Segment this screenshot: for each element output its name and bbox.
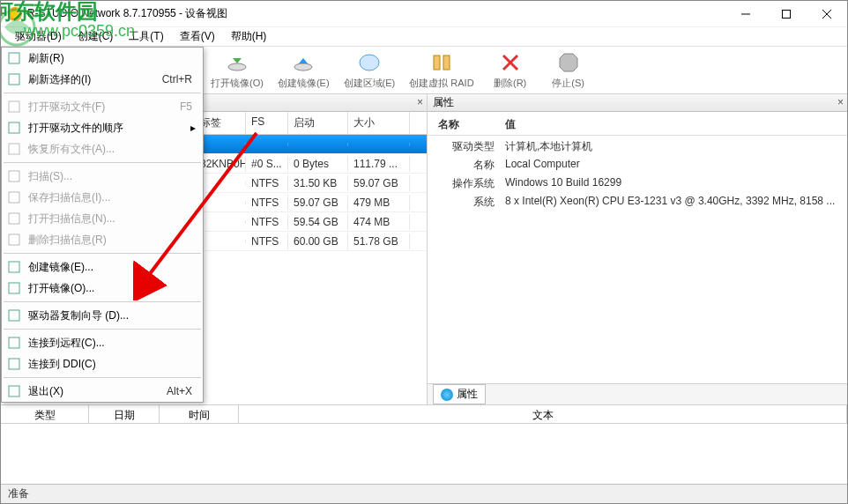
create-image-icon bbox=[7, 260, 21, 274]
chevron-right-icon: ▸ bbox=[190, 122, 196, 134]
menu-item-open: 打开扫描信息(N)... bbox=[2, 208, 203, 229]
tool-create-image[interactable]: 创建镜像(E) bbox=[278, 50, 330, 90]
log-header: 类型 日期 时间 文本 bbox=[1, 404, 847, 424]
log-body bbox=[1, 424, 847, 487]
close-icon[interactable]: × bbox=[417, 96, 423, 108]
status-text: 准备 bbox=[8, 486, 29, 501]
tool-create-region[interactable]: 创建区域(E) bbox=[344, 50, 396, 90]
svg-rect-26 bbox=[9, 234, 19, 245]
menu-item-recover: 恢复所有文件(A)... bbox=[2, 138, 203, 159]
open-image-icon bbox=[7, 281, 21, 295]
menu-item-wizard[interactable]: 驱动器复制向导 (D)... bbox=[2, 305, 203, 326]
svg-rect-29 bbox=[9, 310, 19, 321]
svg-rect-19 bbox=[9, 74, 19, 85]
window-title: R-STUDIO Network 8.7.170955 - 设备视图 bbox=[27, 6, 725, 21]
close-icon[interactable]: × bbox=[837, 96, 844, 108]
close-button[interactable] bbox=[807, 1, 847, 27]
svg-rect-13 bbox=[434, 56, 440, 70]
menu-help[interactable]: 帮助(H) bbox=[224, 27, 274, 46]
menu-item-ddi[interactable]: 连接到 DDI(C) bbox=[2, 353, 203, 374]
menu-item-folder-open: 打开驱动文件(F)F5 bbox=[2, 96, 203, 117]
tool-create-raid[interactable]: 创建虚拟 RAID bbox=[409, 50, 473, 90]
blank-icon bbox=[7, 121, 21, 135]
raid-icon bbox=[429, 50, 454, 75]
scan-grid-icon bbox=[7, 169, 21, 183]
menu-tools[interactable]: 工具(T) bbox=[122, 27, 170, 46]
tool-stop[interactable]: 停止(S) bbox=[547, 50, 591, 90]
svg-rect-25 bbox=[9, 213, 19, 224]
properties-pane: 属性 × 名称 值 驱动类型计算机,本地计算机 名称Local Computer… bbox=[428, 94, 847, 404]
svg-point-12 bbox=[360, 55, 379, 70]
svg-rect-24 bbox=[9, 192, 19, 203]
menu-item-refresh-ccw[interactable]: 刷新(R) bbox=[2, 48, 203, 69]
region-icon bbox=[357, 50, 382, 75]
folder-open-icon bbox=[7, 100, 21, 114]
tool-delete[interactable]: 删除(R) bbox=[488, 50, 532, 90]
menu-item-open-image[interactable]: 打开镜像(O)... bbox=[2, 278, 203, 299]
properties-header: 属性 × bbox=[428, 94, 847, 112]
tab-properties[interactable]: 属性 bbox=[433, 384, 486, 404]
svg-point-11 bbox=[294, 63, 312, 70]
svg-rect-31 bbox=[9, 359, 19, 369]
svg-rect-23 bbox=[9, 171, 19, 182]
open-icon bbox=[7, 211, 21, 226]
delete-icon bbox=[7, 233, 21, 247]
drive-menu-dropdown: 刷新(R)刷新选择的(I)Ctrl+R打开驱动文件(F)F5打开驱动文件的顺序▸… bbox=[1, 47, 204, 403]
properties-body: 名称 值 驱动类型计算机,本地计算机 名称Local Computer 操作系统… bbox=[428, 112, 847, 383]
svg-rect-20 bbox=[9, 101, 19, 112]
menu-item-item[interactable]: 打开驱动文件的顺序▸ bbox=[2, 117, 203, 138]
exit-icon bbox=[7, 384, 21, 398]
col-fs[interactable]: FS bbox=[246, 112, 288, 134]
tool-open-image[interactable]: 打开镜像(O) bbox=[211, 50, 264, 90]
properties-tabbar: 属性 bbox=[428, 383, 847, 404]
menu-item-refresh-cw[interactable]: 刷新选择的(I)Ctrl+R bbox=[2, 69, 203, 90]
svg-rect-18 bbox=[9, 53, 19, 63]
window-controls bbox=[725, 1, 847, 27]
properties-title: 属性 bbox=[433, 95, 454, 110]
menu-create[interactable]: 创建(C) bbox=[71, 27, 121, 46]
ddi-icon bbox=[7, 357, 21, 371]
remote-icon bbox=[7, 336, 21, 350]
properties-icon bbox=[441, 389, 453, 401]
refresh-ccw-icon bbox=[7, 51, 21, 65]
menu-item-create-image[interactable]: 创建镜像(E)... bbox=[2, 256, 203, 278]
stop-icon bbox=[556, 50, 581, 75]
svg-rect-14 bbox=[443, 56, 450, 70]
prop-row[interactable]: 系统8 x Intel(R) Xeon(R) CPU E3-1231 v3 @ … bbox=[428, 193, 847, 211]
prop-row[interactable]: 名称Local Computer bbox=[428, 156, 847, 174]
wizard-icon bbox=[7, 308, 21, 322]
open-image-icon bbox=[225, 50, 249, 75]
svg-rect-1 bbox=[783, 10, 791, 18]
create-image-icon bbox=[291, 50, 316, 75]
svg-rect-28 bbox=[9, 283, 19, 293]
menu-item-exit[interactable]: 退出(X)Alt+X bbox=[2, 381, 203, 402]
delete-icon bbox=[498, 50, 523, 75]
menubar: 驱动器(D) 创建(C) 工具(T) 查看(V) 帮助(H) bbox=[1, 27, 847, 47]
refresh-cw-icon bbox=[7, 72, 21, 86]
titlebar: R-STUDIO Network 8.7.170955 - 设备视图 bbox=[1, 1, 847, 27]
svg-marker-17 bbox=[560, 54, 577, 71]
maximize-button[interactable] bbox=[766, 1, 807, 27]
minimize-button[interactable] bbox=[725, 1, 766, 27]
menu-item-delete: 删除扫描信息(R) bbox=[2, 229, 203, 250]
prop-row[interactable]: 操作系统Windows 10 Build 16299 bbox=[428, 174, 847, 193]
log-col-text[interactable]: 文本 bbox=[239, 405, 847, 423]
save-icon bbox=[7, 190, 21, 204]
menu-view[interactable]: 查看(V) bbox=[173, 27, 222, 46]
svg-rect-32 bbox=[9, 386, 19, 397]
col-start[interactable]: 启动 bbox=[288, 112, 348, 134]
log-col-date[interactable]: 日期 bbox=[89, 405, 160, 423]
svg-rect-21 bbox=[9, 122, 19, 133]
properties-column-header: 名称 值 bbox=[428, 115, 847, 136]
log-col-type[interactable]: 类型 bbox=[1, 405, 89, 423]
app-icon bbox=[8, 7, 22, 21]
col-size[interactable]: 大小 bbox=[348, 112, 410, 134]
prop-row[interactable]: 驱动类型计算机,本地计算机 bbox=[428, 137, 847, 156]
menu-item-save: 保存扫描信息(I)... bbox=[2, 187, 203, 208]
svg-rect-27 bbox=[9, 262, 19, 272]
log-col-time[interactable]: 时间 bbox=[160, 405, 239, 423]
menu-item-remote[interactable]: 连接到远程(C)... bbox=[2, 332, 203, 353]
statusbar: 准备 bbox=[1, 484, 847, 503]
menu-drive[interactable]: 驱动器(D) bbox=[8, 27, 69, 46]
recover-icon bbox=[7, 142, 21, 156]
